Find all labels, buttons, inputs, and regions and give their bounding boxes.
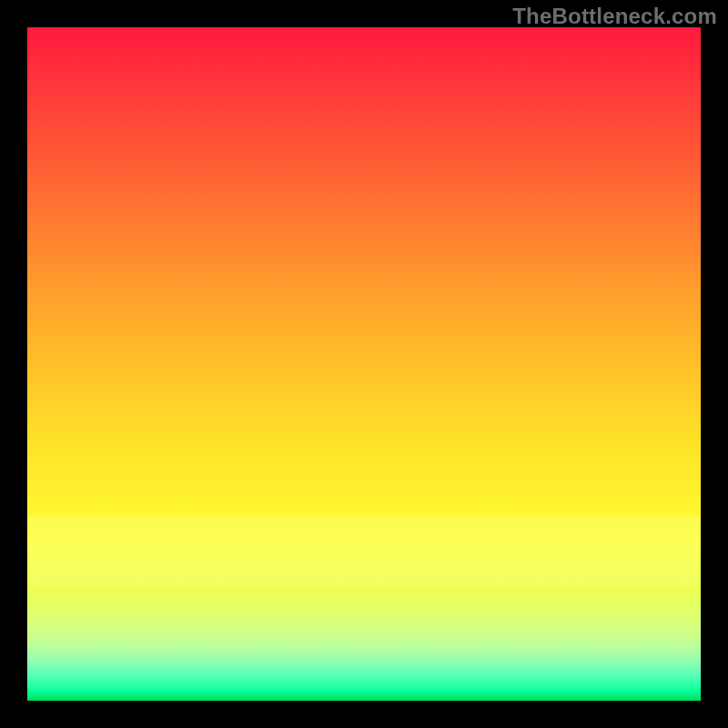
- watermark-text: TheBottleneck.com: [512, 4, 717, 29]
- plot-area: [27, 27, 701, 701]
- chart-frame: TheBottleneck.com: [0, 0, 728, 728]
- gradient-background: [27, 27, 701, 701]
- highlight-band: [27, 516, 701, 587]
